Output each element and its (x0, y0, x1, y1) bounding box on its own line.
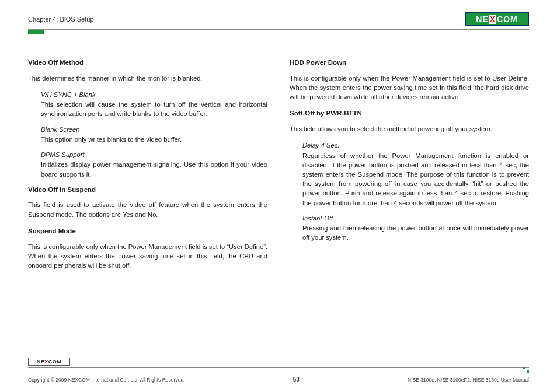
section-heading: Soft-Off by PWR-BTTN (290, 108, 529, 118)
body-content: Video Off Method This determines the man… (28, 54, 529, 277)
option-text: Regardless of whether the Power Manageme… (302, 151, 529, 208)
logo-text: NE (37, 359, 45, 365)
left-column: Video Off Method This determines the man… (28, 54, 267, 277)
right-column: HDD Power Down This is configurable only… (290, 54, 529, 277)
paragraph: This is configurable only when the Power… (290, 74, 529, 102)
option-name: V/H SYNC + Blank (41, 90, 267, 99)
option-block: Delay 4 Sec. Regardless of whether the P… (302, 141, 529, 208)
paragraph: This determines the manner in which the … (28, 74, 267, 83)
section-heading: Video Off Method (28, 58, 267, 68)
option-block: V/H SYNC + Blank This selection will cau… (41, 90, 267, 119)
copyright-text: Copyright © 2009 NEXCOM International Co… (28, 377, 184, 383)
footer-rule (28, 367, 529, 375)
option-name: Blank Screen (41, 125, 267, 134)
section-heading: HDD Power Down (290, 58, 529, 68)
logo-text: COM (497, 15, 518, 24)
header-rule (28, 29, 529, 30)
paragraph: This field allows you to select the meth… (290, 124, 529, 134)
option-text: This selection will cause the system to … (41, 100, 267, 118)
doc-title: NISE 3100e, NISE 3100eP2, NISE 3150e Use… (408, 377, 529, 383)
section-heading: Video Off In Suspend (28, 185, 267, 195)
paragraph: This is configurable only when the Power… (28, 242, 267, 271)
option-name: Instant-Off (302, 214, 529, 223)
option-text: This option only writes blanks to the vi… (41, 135, 267, 144)
logo-text: COM (48, 359, 62, 365)
option-block: Instant-Off Pressing and then releasing … (302, 214, 529, 243)
section-heading: Suspend Mode (28, 226, 267, 236)
brand-logo: NEXCOM (465, 12, 529, 26)
chapter-label: Chapter 4: BIOS Setup (28, 16, 94, 23)
footer: NEXCOM Copyright © 2009 NEXCOM Internati… (28, 358, 529, 383)
logo-text: NE (476, 15, 488, 24)
option-text: Pressing and then releasing the power bu… (302, 223, 529, 242)
option-text: Initializes display power management sig… (41, 160, 267, 178)
paragraph: This field is used to activate the video… (28, 200, 267, 219)
logo-x: X (489, 15, 496, 24)
footer-logo: NEXCOM (28, 358, 70, 366)
page-number: 53 (293, 376, 300, 383)
option-block: Blank Screen This option only writes bla… (41, 125, 267, 144)
option-block: DPMS Support Initializes display power m… (41, 150, 267, 179)
option-name: DPMS Support (41, 150, 267, 159)
option-name: Delay 4 Sec. (302, 141, 529, 150)
